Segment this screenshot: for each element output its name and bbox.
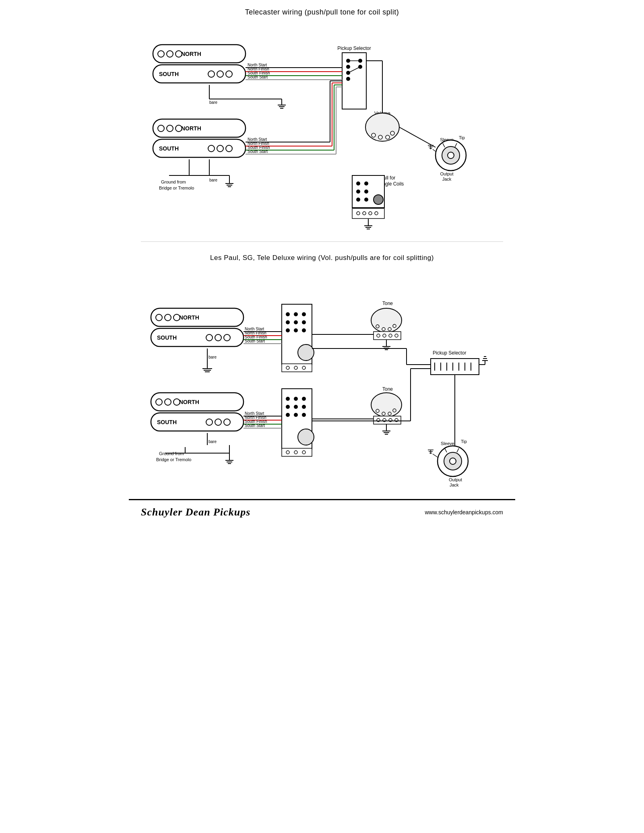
pickup-selector-label1: Pickup Selector [337, 45, 371, 51]
diagram1-title: Telecaster wiring (push/pull tone for co… [129, 8, 515, 16]
svg-text:Tip: Tip [459, 135, 465, 140]
svg-text:South Start: South Start [248, 75, 268, 79]
svg-text:Tip: Tip [461, 439, 467, 444]
svg-point-33 [217, 145, 223, 152]
svg-text:bare: bare [209, 178, 217, 182]
svg-point-34 [226, 145, 232, 152]
svg-point-95 [374, 195, 383, 204]
svg-text:SOUTH: SOUTH [159, 71, 179, 77]
svg-point-230 [376, 409, 379, 412]
svg-text:Jack: Jack [442, 177, 452, 181]
svg-text:NORTH: NORTH [179, 399, 199, 405]
svg-text:Ground from: Ground from [161, 179, 186, 184]
svg-point-221 [286, 451, 289, 454]
svg-point-81 [378, 135, 382, 139]
svg-point-151 [294, 328, 298, 332]
svg-point-129 [215, 334, 221, 341]
svg-text:Pickup Selector: Pickup Selector [433, 350, 466, 356]
svg-point-154 [302, 328, 306, 332]
svg-point-152 [302, 312, 306, 316]
svg-point-189 [224, 419, 230, 425]
svg-point-29 [175, 125, 182, 132]
svg-point-187 [206, 419, 213, 425]
svg-point-125 [173, 314, 180, 321]
svg-point-217 [302, 405, 306, 409]
svg-point-233 [393, 409, 396, 412]
svg-point-3 [167, 51, 173, 57]
svg-point-211 [286, 405, 290, 409]
svg-text:SOUTH: SOUTH [157, 419, 177, 425]
diagram2-section: Les Paul, SG, Tele Deluxe wiring (Vol. p… [129, 254, 515, 491]
section-divider [141, 241, 503, 242]
svg-point-232 [388, 412, 391, 415]
svg-point-182 [156, 399, 162, 405]
svg-point-214 [294, 405, 298, 409]
svg-point-8 [217, 71, 223, 77]
svg-point-268 [450, 458, 456, 464]
svg-point-153 [302, 320, 306, 324]
svg-point-166 [376, 325, 379, 328]
svg-text:South Start: South Start [245, 423, 265, 428]
svg-point-128 [206, 334, 213, 341]
svg-point-147 [286, 320, 290, 324]
svg-point-93 [364, 190, 368, 194]
svg-text:NORTH: NORTH [181, 51, 201, 57]
svg-text:Tone: Tone [382, 301, 393, 306]
svg-point-124 [165, 314, 171, 321]
svg-point-188 [215, 419, 221, 425]
svg-line-274 [433, 454, 438, 457]
svg-point-110 [448, 152, 454, 159]
svg-text:Jack: Jack [450, 482, 459, 487]
svg-point-167 [382, 328, 385, 331]
svg-point-94 [364, 198, 368, 202]
svg-point-89 [356, 181, 360, 186]
footer-url: www.schuylerdeanpickups.com [425, 509, 503, 515]
diagram1-svg-container: NORTH SOUTH North Start North Finish [129, 23, 491, 233]
svg-point-82 [386, 135, 390, 139]
svg-line-115 [433, 149, 436, 151]
svg-text:bare: bare [208, 355, 217, 359]
diagram2-svg: NORTH SOUTH North Start North Finish Sou… [129, 268, 491, 489]
svg-point-216 [302, 397, 306, 401]
svg-point-218 [302, 413, 306, 417]
svg-text:SOUTH: SOUTH [159, 145, 179, 152]
svg-text:Bridge or Tremolo: Bridge or Tremolo [159, 186, 194, 190]
svg-point-99 [363, 212, 366, 215]
svg-point-28 [167, 125, 173, 132]
diagram2-svg-container: NORTH SOUTH North Start North Finish Sou… [129, 268, 491, 491]
svg-point-155 [298, 344, 314, 361]
diagram1-svg: NORTH SOUTH North Start North Finish [129, 23, 491, 232]
svg-text:bare: bare [209, 100, 217, 105]
svg-point-165 [371, 308, 402, 332]
svg-point-213 [294, 397, 298, 401]
svg-point-32 [208, 145, 215, 152]
svg-text:Sleeve: Sleeve [441, 441, 454, 446]
svg-point-171 [377, 334, 380, 337]
svg-text:NORTH: NORTH [181, 125, 201, 132]
svg-point-80 [372, 133, 376, 137]
svg-rect-245 [431, 359, 479, 375]
svg-point-169 [393, 324, 396, 328]
svg-text:South Start: South Start [248, 149, 268, 154]
svg-rect-53 [342, 53, 366, 109]
svg-point-91 [356, 198, 360, 202]
svg-point-98 [357, 212, 360, 215]
svg-point-4 [175, 51, 182, 57]
svg-point-212 [286, 413, 290, 417]
svg-line-120 [399, 127, 436, 147]
svg-text:bare: bare [208, 439, 217, 444]
svg-point-123 [156, 314, 162, 321]
footer: Schuyler Dean Pickups www.schuylerdeanpi… [129, 499, 515, 524]
svg-text:SOUTH: SOUTH [157, 334, 177, 341]
svg-point-9 [226, 71, 232, 77]
svg-point-130 [224, 334, 230, 341]
svg-point-146 [286, 312, 290, 316]
svg-point-158 [294, 366, 297, 369]
diagram1-section: Telecaster wiring (push/pull tone for co… [129, 8, 515, 233]
svg-point-231 [382, 412, 385, 415]
svg-point-215 [294, 413, 298, 417]
svg-point-101 [375, 212, 378, 215]
svg-text:NORTH: NORTH [179, 314, 199, 321]
svg-text:Tone: Tone [382, 386, 393, 392]
svg-point-92 [364, 181, 368, 186]
